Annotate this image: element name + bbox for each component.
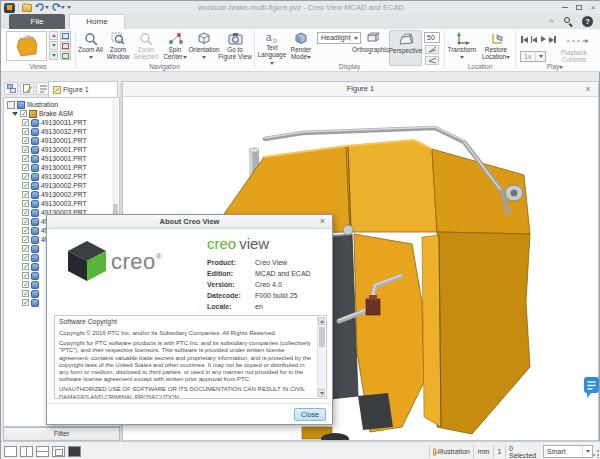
go-to-start-button[interactable] xyxy=(521,36,528,43)
dialog-titlebar[interactable]: About Creo View × xyxy=(47,215,332,229)
transform-button[interactable]: Transform xyxy=(447,30,477,66)
spin-center-button[interactable]: Spin Center xyxy=(160,30,190,66)
notification-badge[interactable] xyxy=(583,376,599,400)
update-view-button[interactable] xyxy=(60,41,71,50)
tree-item[interactable]: ✓ xyxy=(22,271,39,280)
tree-item[interactable]: ✓ xyxy=(22,253,39,262)
selection-filter-select[interactable]: Smart xyxy=(543,445,593,458)
structure-tree-button[interactable] xyxy=(4,82,18,95)
play-button[interactable] xyxy=(541,35,546,44)
go-to-figure-view-button[interactable]: Go to Figure View xyxy=(218,30,252,66)
checkbox[interactable]: ✓ xyxy=(22,209,29,216)
zoom-window-button[interactable]: Zoom Window xyxy=(104,30,132,66)
dialog-close-icon[interactable]: × xyxy=(317,216,328,227)
tree-item[interactable]: ✓49130031.PRT xyxy=(22,118,87,127)
filter-bar[interactable]: Filter xyxy=(3,427,120,441)
maximize-button[interactable] xyxy=(573,3,585,12)
scroll-down-button[interactable] xyxy=(318,389,325,397)
view-thumbnail[interactable] xyxy=(6,31,47,61)
view-spin-up-button[interactable] xyxy=(49,31,58,40)
tree-item[interactable]: ✓ xyxy=(22,289,39,298)
tree-item[interactable]: ✓49130003.PRT xyxy=(22,199,87,208)
checkbox[interactable]: ✓ xyxy=(22,128,29,135)
tree-item[interactable]: ✓49130002.PRT xyxy=(22,181,87,190)
orthographic-button[interactable]: Orthographic xyxy=(353,30,388,66)
status-mode[interactable]: Illustration xyxy=(429,445,473,458)
checkbox[interactable]: ✓ xyxy=(22,254,29,261)
tree-item[interactable]: ✓49130032.PRT xyxy=(22,127,87,136)
text-language-button[interactable]: ab Text Language xyxy=(257,30,287,66)
checkbox[interactable]: ✓ xyxy=(22,164,29,171)
collapse-ribbon-button[interactable]: ^ xyxy=(546,16,557,27)
figure-close-button[interactable]: × xyxy=(582,83,594,95)
checkbox[interactable]: ✓ xyxy=(22,272,29,279)
checkbox[interactable]: ✓ xyxy=(22,227,29,234)
status-selected-count[interactable]: 0 Selected xyxy=(505,445,541,458)
tree-item[interactable]: ✓49130001.PRT xyxy=(22,136,87,145)
layout-dark-button[interactable] xyxy=(68,446,81,457)
restore-location-button[interactable]: Restore Location xyxy=(479,30,513,66)
checkbox[interactable]: ✓ xyxy=(22,200,29,207)
tab-home[interactable]: Home xyxy=(69,14,125,29)
status-scale[interactable]: 1 xyxy=(493,445,505,458)
checkbox[interactable]: ✓ xyxy=(22,182,29,189)
tree-item[interactable]: ✓49130001.PRT xyxy=(22,145,87,154)
layout-small-button[interactable] xyxy=(52,446,65,457)
close-button[interactable]: Close xyxy=(294,408,326,421)
view-spin-down-button[interactable] xyxy=(49,41,58,50)
scroll-up-button[interactable] xyxy=(318,317,325,325)
tree-node-brake-asm[interactable]: ✓ Brake ASM xyxy=(12,109,73,118)
window-close-button[interactable]: × xyxy=(587,3,599,12)
zoom-all-button[interactable]: Zoom All xyxy=(77,30,104,66)
orientation-button[interactable]: Orientation xyxy=(190,30,218,66)
checkbox[interactable]: ✓ xyxy=(22,299,29,306)
fov-increase-button[interactable] xyxy=(425,45,439,54)
checkbox[interactable]: ✓ xyxy=(22,236,29,243)
tree-item[interactable]: ✓49130001.PRT xyxy=(22,154,87,163)
checkbox[interactable]: ✓ xyxy=(20,110,27,117)
zoom-selected-button[interactable]: Zoom Selected xyxy=(132,30,160,66)
copyright-scrollbar[interactable] xyxy=(317,317,325,397)
search-button[interactable] xyxy=(564,17,575,28)
layout-single-button[interactable] xyxy=(4,446,17,457)
tree-item[interactable]: ✓49130001.PRT xyxy=(22,163,87,172)
checkbox[interactable]: ✓ xyxy=(22,146,29,153)
view-gallery-button[interactable] xyxy=(60,51,71,60)
tree-item[interactable]: ✓ xyxy=(22,280,39,289)
new-view-button[interactable] xyxy=(60,31,71,40)
play-speed-select[interactable]: 1x xyxy=(520,51,546,62)
checkbox[interactable]: ✓ xyxy=(22,137,29,144)
tree-item[interactable]: ✓ xyxy=(22,298,39,307)
file-menu-button[interactable]: File xyxy=(9,14,65,29)
tree-item[interactable]: ✓49130002.PRT xyxy=(22,172,87,181)
checkbox[interactable]: ✓ xyxy=(22,281,29,288)
layout-vertical-split-button[interactable] xyxy=(20,446,33,457)
tree-item[interactable]: ✓49130002.PRT xyxy=(22,190,87,199)
scrollbar-thumb[interactable] xyxy=(319,327,325,347)
checkbox[interactable]: ✓ xyxy=(22,290,29,297)
perspective-button[interactable]: Perspective xyxy=(389,30,422,66)
tree-root-illustration[interactable]: Illustration xyxy=(7,100,58,109)
go-to-end-button[interactable] xyxy=(549,36,556,43)
playback-controls-button[interactable]: Playback Controls xyxy=(553,49,595,64)
checkbox[interactable]: ✓ xyxy=(22,191,29,198)
tab-figure-1[interactable]: Figure 1 xyxy=(48,81,118,97)
status-units[interactable]: mm xyxy=(473,445,493,458)
fov-input[interactable]: 50 xyxy=(424,32,440,43)
tree-item[interactable]: ✓ xyxy=(22,244,39,253)
checkbox[interactable]: ✓ xyxy=(22,119,29,126)
step-back-button[interactable] xyxy=(531,36,538,43)
view-list-dropdown[interactable] xyxy=(49,51,58,60)
help-button[interactable]: ? xyxy=(582,16,593,27)
render-mode-button[interactable]: Render Mode xyxy=(287,30,315,66)
resize-grip[interactable] xyxy=(591,450,599,458)
expander-icon[interactable] xyxy=(12,112,18,116)
layout-horizontal-split-button[interactable] xyxy=(36,446,49,457)
checkbox[interactable]: ✓ xyxy=(22,173,29,180)
checkbox[interactable]: ✓ xyxy=(22,218,29,225)
annotations-button[interactable] xyxy=(20,82,34,95)
minimize-button[interactable] xyxy=(559,3,571,12)
checkbox[interactable]: ✓ xyxy=(22,155,29,162)
tree-item[interactable]: ✓ xyxy=(22,262,39,271)
checkbox[interactable]: ✓ xyxy=(22,245,29,252)
